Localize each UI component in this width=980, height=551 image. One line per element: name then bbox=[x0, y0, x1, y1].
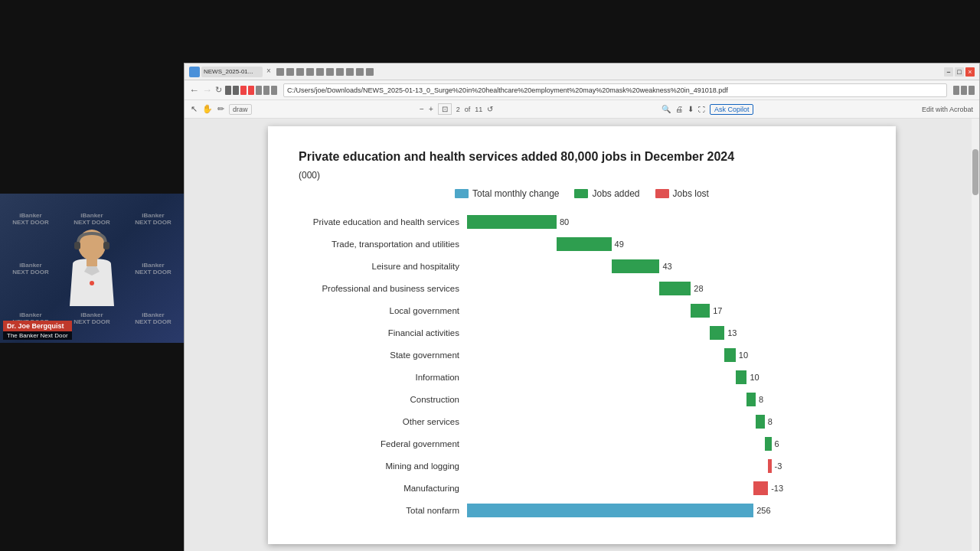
bar-value-label: 80 bbox=[560, 217, 569, 227]
bar-container: 8 bbox=[467, 414, 865, 429]
bar-container: -13 bbox=[467, 481, 865, 496]
ask-copilot-button[interactable]: Ask Copilot bbox=[710, 104, 754, 115]
tab-icon bbox=[346, 68, 354, 76]
scrollbar[interactable] bbox=[972, 119, 979, 551]
bar-container: -3 bbox=[467, 458, 865, 474]
svg-rect-3 bbox=[87, 259, 97, 266]
bar-value-label: 43 bbox=[662, 262, 671, 271]
toolbar-icon bbox=[271, 86, 277, 95]
chart-row: Private education and health services80 bbox=[299, 211, 865, 233]
banner-cell: iBankerNEXT DOOR bbox=[122, 243, 184, 293]
bar-container: 6 bbox=[467, 436, 865, 452]
tab-icon bbox=[296, 68, 304, 76]
refresh-button[interactable]: ↻ bbox=[215, 85, 222, 95]
row-label: Local government bbox=[299, 306, 467, 315]
bar bbox=[612, 259, 660, 273]
bar bbox=[765, 437, 772, 451]
bar bbox=[724, 348, 736, 362]
rotate-button[interactable]: ↺ bbox=[487, 105, 493, 113]
address-bar[interactable]: C:/Users/joe/Downloads/NEWS_2025-01-13_0… bbox=[283, 83, 947, 97]
minimize-button[interactable]: − bbox=[944, 67, 953, 77]
tab-icon bbox=[356, 68, 364, 76]
bar-value-label: 10 bbox=[739, 350, 748, 360]
bar-value-label: 49 bbox=[615, 240, 624, 249]
bar bbox=[659, 282, 691, 295]
edit-with-acrobat-label: Edit with Acrobat bbox=[922, 106, 973, 113]
legend-label-added: Jobs added bbox=[592, 188, 639, 199]
topleft-dark-area bbox=[0, 0, 184, 194]
person-silhouette bbox=[57, 230, 126, 321]
show-name: The Banker Next Door bbox=[3, 331, 72, 340]
browser-toolbar: ← → ↻ C:/Users/joe/Downloads/NEWS_2025-0… bbox=[185, 80, 979, 100]
toolbar-icon bbox=[969, 86, 975, 95]
browser-titlebar: NEWS_2025-01... × − □ × bbox=[185, 64, 979, 80]
draw-button[interactable]: draw bbox=[229, 104, 252, 115]
chart-row: Leisure and hospitality43 bbox=[299, 256, 865, 277]
row-label: Trade, transportation and utilities bbox=[299, 240, 467, 249]
page-of: of bbox=[465, 106, 471, 113]
bar-container: 80 bbox=[467, 214, 865, 230]
chart-row: Construction8 bbox=[299, 389, 865, 410]
bar-value-label: 13 bbox=[727, 328, 737, 337]
scrollbar-thumb[interactable] bbox=[972, 149, 978, 195]
cursor-tool[interactable]: ↖ bbox=[191, 104, 198, 114]
browser-window: NEWS_2025-01... × − □ × bbox=[184, 63, 980, 551]
expand-icon[interactable]: ⛶ bbox=[698, 106, 705, 113]
row-label: State government bbox=[299, 350, 467, 360]
bar bbox=[467, 215, 557, 229]
tab-icon bbox=[276, 68, 284, 76]
banner-cell: iBankerNEXT DOOR bbox=[122, 194, 184, 243]
chart-legend: Total monthly change Jobs added Jobs los… bbox=[299, 188, 865, 199]
bar-container: 256 bbox=[467, 503, 865, 518]
toolbar-icon bbox=[263, 86, 270, 95]
tab-close-icon[interactable]: × bbox=[264, 67, 273, 76]
zoom-in-button[interactable]: + bbox=[429, 105, 433, 113]
bar-container: 10 bbox=[467, 370, 865, 385]
row-label: Private education and health services bbox=[299, 217, 467, 227]
chart-row: Federal government6 bbox=[299, 433, 865, 455]
bar bbox=[557, 237, 612, 251]
bar bbox=[746, 393, 756, 406]
bar bbox=[710, 326, 724, 340]
bar-container: 13 bbox=[467, 325, 865, 341]
bar-value-label: 10 bbox=[750, 373, 759, 382]
pan-tool[interactable]: ✋ bbox=[202, 104, 213, 114]
bar-container: 28 bbox=[467, 281, 865, 296]
name-badge-container: Dr. Joe Bergquist The Banker Next Door bbox=[3, 321, 72, 340]
fit-button[interactable]: ⊡ bbox=[438, 103, 452, 115]
active-tab[interactable]: NEWS_2025-01... bbox=[201, 67, 263, 77]
toolbar-icon bbox=[248, 86, 254, 95]
webcam-panel: iBankerNEXT DOOR iBankerNEXT DOOR iBanke… bbox=[0, 194, 184, 343]
legend-label-total: Total monthly change bbox=[472, 188, 559, 199]
banner-cell: iBankerNEXT DOOR bbox=[0, 194, 61, 243]
print-icon[interactable]: 🖨 bbox=[675, 105, 683, 113]
toolbar-icon bbox=[256, 86, 262, 95]
svg-point-4 bbox=[90, 281, 94, 285]
chart-row: State government10 bbox=[299, 344, 865, 366]
bar bbox=[736, 370, 747, 384]
forward-button[interactable]: → bbox=[202, 84, 212, 96]
tab-icon bbox=[366, 68, 374, 76]
bar-value-label: 8 bbox=[768, 417, 773, 426]
legend-item-total: Total monthly change bbox=[455, 188, 559, 199]
svg-rect-1 bbox=[74, 242, 80, 249]
chart-row: Local government17 bbox=[299, 300, 865, 321]
chart-row: Total nonfarm256 bbox=[299, 500, 865, 521]
zoom-out-button[interactable]: − bbox=[420, 105, 424, 113]
row-label: Other services bbox=[299, 417, 467, 426]
browser-content: Private education and health services ad… bbox=[185, 119, 979, 551]
total-pages: 11 bbox=[475, 106, 482, 113]
draw-tool[interactable]: ✏ bbox=[217, 104, 224, 114]
row-label: Total nonfarm bbox=[299, 506, 467, 515]
page-number: 2 bbox=[456, 106, 460, 113]
legend-color-total bbox=[455, 189, 469, 198]
close-button[interactable]: × bbox=[965, 67, 975, 77]
window-controls: − □ × bbox=[944, 67, 975, 77]
legend-item-lost: Jobs lost bbox=[655, 188, 709, 199]
search-icon[interactable]: 🔍 bbox=[662, 105, 671, 113]
legend-color-lost bbox=[655, 189, 669, 198]
back-button[interactable]: ← bbox=[189, 84, 199, 96]
bar-container: 10 bbox=[467, 347, 865, 363]
maximize-button[interactable]: □ bbox=[955, 67, 964, 77]
download-icon[interactable]: ⬇ bbox=[688, 105, 694, 113]
